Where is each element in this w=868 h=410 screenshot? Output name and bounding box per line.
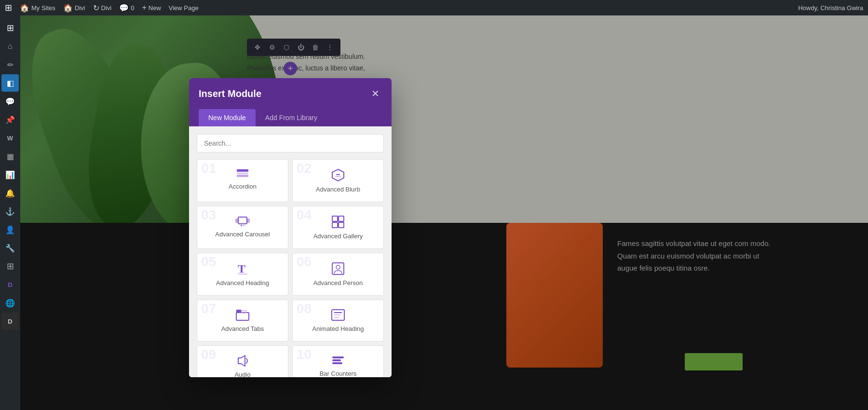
advanced-carousel-icon — [235, 215, 250, 227]
svg-rect-27 — [332, 356, 344, 358]
modal-close-button[interactable]: ✕ — [368, 87, 382, 100]
module-item-animated-heading[interactable]: 08 Animated Heading — [292, 300, 384, 342]
view-page-link[interactable]: View Page — [169, 4, 199, 12]
svg-rect-9 — [241, 225, 242, 226]
sidebar-icon-wordpress[interactable]: ⊞ — [1, 19, 19, 37]
wp-admin-bar: ⊞ 🏠 My Sites 🏠 Divi ↻ Divi 💬 0 + New Vie… — [0, 0, 868, 15]
sidebar-icon-plus-box[interactable]: ⊞ — [1, 258, 19, 275]
sidebar-icon-chart[interactable]: 📊 — [1, 166, 19, 183]
svg-rect-7 — [235, 219, 238, 223]
svg-rect-21 — [242, 311, 246, 313]
svg-rect-4 — [336, 174, 340, 175]
tab-add-from-library[interactable]: Add From Library — [256, 109, 327, 126]
sidebar-icon-comment[interactable]: 💬 — [1, 93, 19, 110]
module-search-input[interactable] — [197, 134, 384, 152]
svg-rect-5 — [335, 176, 341, 177]
accordion-label: Accordion — [229, 183, 257, 190]
advanced-carousel-label: Advanced Carousel — [215, 231, 270, 238]
insert-module-modal: Insert Module ✕ New Module Add From Libr… — [189, 78, 392, 377]
svg-rect-6 — [238, 217, 247, 224]
svg-rect-0 — [237, 169, 248, 172]
advanced-heading-icon: T — [236, 262, 249, 275]
svg-point-18 — [336, 265, 340, 269]
bar-counters-label: Bar Counters — [320, 370, 357, 377]
module-item-advanced-blurb[interactable]: 02 Advanced Blurb — [292, 159, 384, 202]
user-greeting: Howdy, Christina Gwira — [798, 4, 863, 12]
advanced-gallery-icon — [331, 215, 345, 229]
main-content: ✥ ⚙ ⬡ ⏻ 🗑 ⋮ + Fusce ma... sagittis. Done… — [20, 15, 868, 410]
module-item-advanced-person[interactable]: 06 Advanced Person — [292, 253, 384, 296]
audio-icon — [236, 355, 249, 367]
comments-link[interactable]: 💬 0 — [119, 3, 134, 13]
svg-rect-14 — [339, 222, 344, 228]
svg-rect-8 — [247, 219, 250, 223]
modal-body: 01 Accordion 02 Adva — [189, 126, 392, 377]
svg-text:T: T — [238, 262, 245, 275]
modules-grid: 01 Accordion 02 Adva — [197, 159, 384, 377]
sidebar-icon-woo[interactable]: W — [1, 129, 19, 147]
svg-rect-12 — [339, 216, 344, 221]
advanced-tabs-label: Advanced Tabs — [221, 325, 264, 332]
module-item-audio[interactable]: 09 Audio — [197, 345, 288, 377]
animated-heading-label: Animated Heading — [312, 325, 364, 332]
wp-logo[interactable]: ⊞ — [5, 2, 12, 13]
divi-link[interactable]: 🏠 Divi — [63, 3, 85, 13]
svg-rect-2 — [237, 175, 248, 177]
audio-label: Audio — [234, 371, 250, 377]
modal-header: Insert Module ✕ — [189, 78, 392, 109]
svg-rect-1 — [237, 173, 248, 174]
sidebar-icon-layers[interactable]: ◧ — [1, 74, 19, 92]
sidebar-icon-pencil[interactable]: ✏ — [1, 56, 19, 73]
tab-new-module[interactable]: New Module — [199, 109, 256, 126]
sidebar-icon-grid[interactable]: ▦ — [1, 148, 19, 165]
modal-tabs: New Module Add From Library — [189, 109, 392, 126]
module-item-bar-counters[interactable]: 10 Bar Counters — [292, 345, 384, 377]
modal-title: Insert Module — [199, 88, 261, 99]
svg-rect-29 — [332, 362, 342, 364]
new-link[interactable]: + New — [142, 3, 161, 12]
svg-rect-11 — [332, 216, 338, 221]
advanced-blurb-label: Advanced Blurb — [316, 186, 360, 193]
svg-rect-20 — [236, 310, 241, 313]
svg-marker-26 — [238, 355, 245, 366]
advanced-heading-label: Advanced Heading — [216, 279, 269, 287]
module-item-accordion[interactable]: 01 Accordion — [197, 159, 288, 202]
advanced-person-label: Advanced Person — [313, 279, 363, 287]
sidebar-icon-user[interactable]: 👤 — [1, 221, 19, 238]
my-sites-link[interactable]: 🏠 My Sites — [20, 3, 55, 13]
module-item-advanced-carousel[interactable]: 03 Advanced Carousel — [197, 206, 288, 249]
sidebar-icon-wrench[interactable]: 🔧 — [1, 239, 19, 257]
left-sidebar: ⊞ ⌂ ✏ ◧ 💬 📌 W ▦ 📊 🔔 ⚓ 👤 🔧 ⊞ D 🌐 D — [0, 15, 20, 410]
advanced-person-icon — [331, 262, 345, 275]
sidebar-icon-home[interactable]: ⌂ — [1, 38, 19, 55]
sidebar-icon-globe[interactable]: 🌐 — [1, 294, 19, 312]
sidebar-icon-divi-d[interactable]: D — [1, 313, 19, 330]
accordion-icon — [236, 168, 249, 179]
updates-link[interactable]: ↻ Divi — [93, 3, 112, 13]
svg-rect-19 — [236, 313, 249, 320]
sidebar-icon-divi[interactable]: D — [1, 276, 19, 293]
modal-overlay — [20, 15, 868, 410]
animated-heading-icon — [331, 309, 345, 321]
svg-rect-13 — [332, 222, 338, 228]
module-item-advanced-tabs[interactable]: 07 Advanced Tabs — [197, 300, 288, 342]
svg-rect-28 — [332, 359, 341, 361]
sidebar-icon-bell[interactable]: 🔔 — [1, 184, 19, 202]
bar-counters-icon — [331, 355, 345, 366]
module-item-advanced-heading[interactable]: 05 T Advanced Heading — [197, 253, 288, 296]
svg-rect-10 — [243, 225, 244, 226]
advanced-tabs-icon — [235, 309, 250, 321]
advanced-blurb-icon — [331, 168, 345, 182]
sidebar-icon-anchor[interactable]: ⚓ — [1, 203, 19, 220]
advanced-gallery-label: Advanced Gallery — [313, 232, 363, 240]
sidebar-icon-pin[interactable]: 📌 — [1, 111, 19, 128]
module-item-advanced-gallery[interactable]: 04 Advanced Gallery — [292, 206, 384, 249]
